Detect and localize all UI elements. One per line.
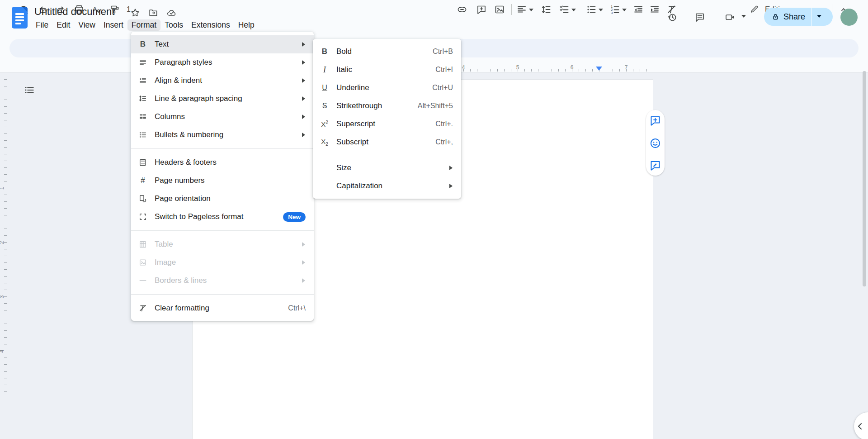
divider: [131, 148, 314, 149]
right-indent-marker[interactable]: [596, 67, 602, 71]
bulleted-list-icon[interactable]: [586, 4, 597, 15]
subscript-icon: X2: [319, 137, 330, 148]
image-icon: [137, 257, 148, 268]
submenu-arrow-icon: [302, 60, 307, 65]
document-outline-icon[interactable]: [24, 84, 35, 96]
submenu-arrow-icon: [302, 133, 307, 137]
menu-item-paragraph-styles[interactable]: Paragraph styles: [131, 53, 314, 72]
line-spacing-icon[interactable]: [541, 4, 552, 15]
margin-actions: [646, 110, 665, 176]
insert-link-icon[interactable]: [457, 4, 467, 15]
cloud-saved-icon[interactable]: [166, 8, 176, 18]
menu-item-page-numbers[interactable]: # Page numbers: [131, 172, 314, 190]
borders-lines-icon: [137, 275, 148, 286]
menu-item-superscript[interactable]: X2 Superscript Ctrl+.: [313, 115, 461, 133]
pen-icon[interactable]: [750, 4, 760, 15]
shortcut-label: Ctrl+\: [288, 304, 306, 312]
move-folder-icon[interactable]: [148, 8, 158, 18]
share-button[interactable]: Share: [764, 8, 833, 26]
bold-text-icon: B: [137, 39, 148, 50]
share-caret-icon[interactable]: [817, 15, 821, 20]
paragraph-styles-icon: [137, 57, 148, 68]
video-call-caret-icon[interactable]: [741, 14, 752, 24]
clear-formatting-icon[interactable]: [666, 4, 677, 15]
menu-tools[interactable]: Tools: [160, 19, 187, 31]
columns-icon: [137, 111, 148, 122]
decrease-indent-icon[interactable]: [633, 4, 644, 15]
page-numbers-icon: #: [137, 175, 148, 186]
vertical-scrollbar-thumb[interactable]: [863, 71, 866, 286]
italic-icon: I: [319, 64, 330, 75]
divider: [313, 155, 461, 155]
shortcut-label: Ctrl+,: [435, 138, 453, 146]
menu-item-subscript[interactable]: X2 Subscript Ctrl+,: [313, 133, 461, 151]
shortcut-label: Ctrl+B: [433, 48, 453, 56]
menu-item-text[interactable]: B Text: [131, 35, 314, 53]
ruler-number: 2: [0, 241, 5, 244]
menu-edit[interactable]: Edit: [52, 19, 74, 31]
underline-icon: U: [319, 82, 330, 93]
document-title[interactable]: Untitled document: [34, 6, 114, 18]
comments-icon[interactable]: [694, 12, 705, 23]
video-call-icon[interactable]: [725, 12, 736, 23]
headers-footers-icon: [137, 157, 148, 168]
checklist-icon[interactable]: [559, 4, 570, 15]
toolbar-divider: [511, 4, 512, 15]
share-label: Share: [783, 12, 805, 22]
ruler-number: 3: [0, 296, 5, 299]
menu-item-line-paragraph-spacing[interactable]: Line & paragraph spacing: [131, 90, 314, 108]
numbered-list-icon[interactable]: 123: [609, 4, 620, 15]
bulleted-list-caret-icon[interactable]: [599, 7, 603, 15]
emoji-reaction-icon[interactable]: [649, 137, 661, 149]
menu-item-clear-formatting[interactable]: Clear formatting Ctrl+\: [131, 299, 314, 317]
submenu-arrow-icon: [302, 78, 307, 83]
ruler-number: 4: [462, 64, 465, 71]
new-badge: New: [283, 212, 306, 222]
menu-file[interactable]: File: [32, 19, 52, 31]
svg-text:3: 3: [611, 11, 613, 15]
docs-logo-fold: [22, 7, 28, 12]
menu-item-capitalization[interactable]: Capitalization: [313, 177, 461, 195]
menu-item-headers-footers[interactable]: Headers & footers: [131, 153, 314, 172]
menu-item-bullets-numbering[interactable]: Bullets & numbering: [131, 126, 314, 144]
submenu-arrow-icon: [302, 115, 307, 119]
menu-format[interactable]: Format: [127, 19, 160, 31]
ruler-number: 6: [571, 64, 574, 71]
menu-item-switch-pageless[interactable]: Switch to Pageless format New: [131, 208, 314, 226]
align-left-icon[interactable]: [516, 4, 527, 15]
menu-item-columns[interactable]: Columns: [131, 108, 314, 126]
add-comment-margin-icon[interactable]: [649, 115, 661, 127]
menu-help[interactable]: Help: [234, 19, 259, 31]
submenu-arrow-icon: [449, 166, 455, 170]
insert-image-icon[interactable]: [494, 4, 505, 15]
menu-view[interactable]: View: [74, 19, 99, 31]
menu-item-bold[interactable]: B Bold Ctrl+B: [313, 43, 461, 61]
menu-item-size[interactable]: Size: [313, 159, 461, 177]
shortcut-label: Alt+Shift+5: [418, 102, 453, 110]
submenu-arrow-icon: [302, 260, 307, 265]
align-caret-icon[interactable]: [529, 7, 533, 15]
avatar[interactable]: [840, 9, 858, 26]
divider: [131, 230, 314, 231]
menu-item-table: Table: [131, 235, 314, 253]
submenu-arrow-icon: [449, 184, 455, 188]
submenu-arrow-icon: [302, 278, 307, 283]
divider: [131, 294, 314, 295]
checklist-caret-icon[interactable]: [571, 7, 576, 15]
menu-extensions[interactable]: Extensions: [187, 19, 234, 31]
superscript-icon: X2: [319, 119, 330, 129]
menu-insert[interactable]: Insert: [99, 19, 127, 31]
add-comment-icon[interactable]: [476, 4, 487, 15]
menu-item-underline[interactable]: U Underline Ctrl+U: [313, 79, 461, 97]
increase-indent-icon[interactable]: [649, 4, 660, 15]
menu-item-page-orientation[interactable]: Page orientation: [131, 190, 314, 208]
docs-logo[interactable]: [12, 7, 28, 29]
menu-item-strikethrough[interactable]: S Strikethrough Alt+Shift+5: [313, 97, 461, 115]
page-orientation-icon: [137, 193, 148, 204]
menu-item-align-indent[interactable]: Align & indent: [131, 72, 314, 90]
suggest-edits-icon[interactable]: [649, 159, 661, 172]
numbered-list-caret-icon[interactable]: [622, 7, 627, 15]
chevron-left-icon: [855, 421, 866, 432]
menu-item-italic[interactable]: I Italic Ctrl+I: [313, 61, 461, 79]
star-icon[interactable]: [130, 8, 140, 18]
